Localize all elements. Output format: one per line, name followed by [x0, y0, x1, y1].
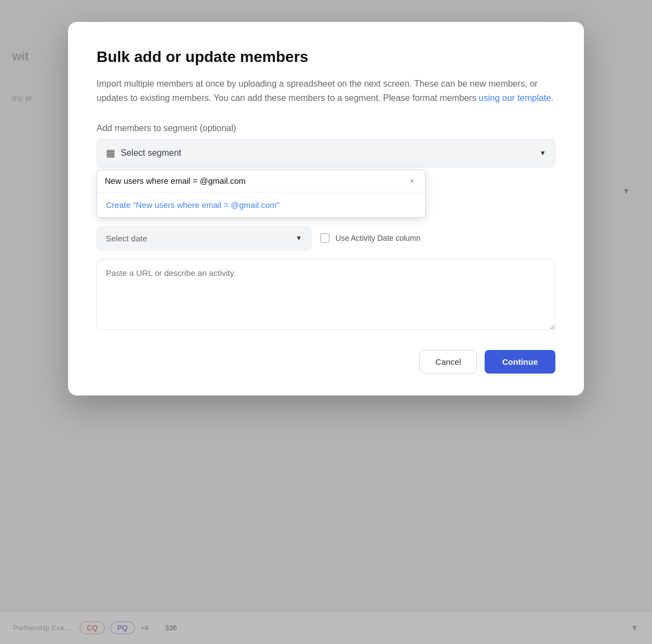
- segment-selector: ▦ Select segment ▼ × Create "New users w…: [97, 139, 555, 218]
- section-label: Add members to segment (optional): [97, 123, 555, 133]
- template-link[interactable]: using our template: [479, 93, 551, 103]
- activity-textarea[interactable]: [97, 259, 555, 330]
- date-placeholder-text: Select date: [106, 234, 147, 243]
- segment-placeholder-text: Select segment: [121, 148, 181, 158]
- segment-select-button[interactable]: ▦ Select segment ▼: [97, 139, 555, 167]
- segment-dropdown: × Create "New users where email = @gmail…: [97, 170, 426, 218]
- search-clear-button[interactable]: ×: [407, 176, 418, 187]
- modal-footer: Cancel Continue: [97, 350, 555, 374]
- date-chevron-icon: ▼: [295, 234, 302, 242]
- cancel-button[interactable]: Cancel: [419, 350, 477, 374]
- bulk-add-modal: Bulk add or update members Import multip…: [68, 22, 584, 396]
- table-icon: ▦: [106, 147, 115, 159]
- activity-date-checkbox-row: Use Activity Date column: [320, 233, 555, 243]
- modal-description: Import multiple members at once by uploa…: [97, 77, 555, 106]
- continue-button[interactable]: Continue: [485, 350, 555, 374]
- date-select-button[interactable]: Select date ▼: [97, 227, 311, 250]
- segment-search-input[interactable]: [105, 176, 407, 185]
- modal-title: Bulk add or update members: [97, 48, 555, 66]
- date-activity-row: Select date ▼ Use Activity Date column: [97, 227, 555, 250]
- activity-date-checkbox[interactable]: [320, 233, 330, 243]
- create-segment-option[interactable]: Create "New users where email = @gmail.c…: [97, 193, 425, 217]
- segment-search-row: ×: [97, 170, 425, 193]
- segment-chevron-icon: ▼: [539, 149, 546, 157]
- activity-date-label: Use Activity Date column: [335, 234, 420, 242]
